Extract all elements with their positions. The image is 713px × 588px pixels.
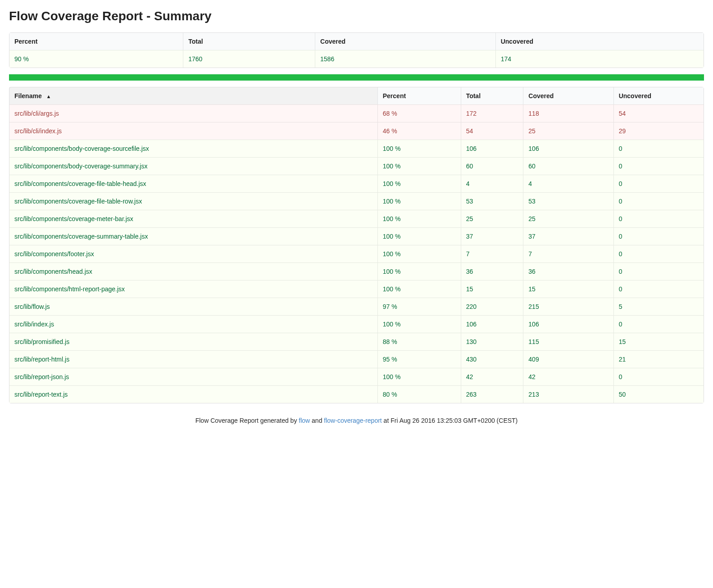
cell-filename[interactable]: src/lib/index.js [9, 315, 377, 333]
table-row: src/lib/components/body-coverage-summary… [9, 157, 704, 175]
summary-total: 1760 [183, 50, 315, 68]
cell-filename[interactable]: src/lib/components/coverage-meter-bar.js… [9, 210, 377, 227]
table-row: src/lib/components/body-coverage-sourcef… [9, 140, 704, 157]
cell-uncovered: 0 [613, 227, 704, 245]
footer-timestamp: Fri Aug 26 2016 13:25:03 GMT+0200 (CEST) [391, 417, 518, 424]
cell-percent: 100 % [377, 227, 461, 245]
files-header-uncovered[interactable]: Uncovered [613, 87, 704, 104]
cell-total: 54 [461, 122, 523, 140]
files-header-filename[interactable]: Filename ▲ [9, 87, 377, 104]
table-row: src/lib/components/html-report-page.jsx1… [9, 280, 704, 298]
cell-percent: 100 % [377, 368, 461, 385]
table-row: src/lib/components/head.jsx100 %36360 [9, 262, 704, 280]
cell-filename[interactable]: src/lib/components/footer.jsx [9, 245, 377, 262]
cell-percent: 97 % [377, 298, 461, 315]
cell-filename[interactable]: src/lib/cli/args.js [9, 104, 377, 122]
cell-covered: 53 [523, 192, 613, 210]
footer-and: and [310, 417, 324, 424]
cell-total: 15 [461, 280, 523, 298]
cell-uncovered: 0 [613, 262, 704, 280]
files-header-total[interactable]: Total [461, 87, 523, 104]
summary-uncovered: 174 [495, 50, 704, 68]
cell-percent: 100 % [377, 315, 461, 333]
table-row: src/lib/index.js100 %1061060 [9, 315, 704, 333]
cell-total: 220 [461, 298, 523, 315]
cell-uncovered: 0 [613, 315, 704, 333]
cell-filename[interactable]: src/lib/cli/index.js [9, 122, 377, 140]
cell-covered: 15 [523, 280, 613, 298]
page-title: Flow Coverage Report - Summary [9, 9, 704, 23]
table-row: src/lib/components/coverage-file-table-r… [9, 192, 704, 210]
cell-covered: 215 [523, 298, 613, 315]
cell-filename[interactable]: src/lib/components/body-coverage-summary… [9, 157, 377, 175]
cell-total: 53 [461, 192, 523, 210]
table-row: src/lib/components/coverage-meter-bar.js… [9, 210, 704, 227]
cell-uncovered: 0 [613, 368, 704, 385]
footer-prefix: Flow Coverage Report generated by [195, 417, 299, 424]
cell-uncovered: 29 [613, 122, 704, 140]
cell-uncovered: 0 [613, 245, 704, 262]
cell-filename[interactable]: src/lib/flow.js [9, 298, 377, 315]
footer: Flow Coverage Report generated by flow a… [9, 417, 704, 424]
cell-percent: 100 % [377, 175, 461, 192]
cell-total: 25 [461, 210, 523, 227]
table-row: src/lib/components/coverage-summary-tabl… [9, 227, 704, 245]
cell-total: 4 [461, 175, 523, 192]
table-row: src/lib/report-text.js80 %26321350 [9, 385, 704, 403]
footer-link-flow-coverage-report[interactable]: flow-coverage-report [324, 417, 381, 424]
cell-filename[interactable]: src/lib/components/coverage-summary-tabl… [9, 227, 377, 245]
sort-ascending-icon: ▲ [46, 94, 51, 99]
cell-uncovered: 5 [613, 298, 704, 315]
cell-uncovered: 0 [613, 140, 704, 157]
cell-percent: 100 % [377, 280, 461, 298]
cell-covered: 37 [523, 227, 613, 245]
footer-at: at [382, 417, 391, 424]
table-row: src/lib/flow.js97 %2202155 [9, 298, 704, 315]
cell-filename[interactable]: src/lib/components/coverage-file-table-r… [9, 192, 377, 210]
cell-filename[interactable]: src/lib/report-text.js [9, 385, 377, 403]
cell-total: 106 [461, 140, 523, 157]
coverage-meter-bar [9, 74, 704, 81]
cell-total: 60 [461, 157, 523, 175]
cell-percent: 100 % [377, 245, 461, 262]
cell-percent: 100 % [377, 210, 461, 227]
cell-percent: 68 % [377, 104, 461, 122]
cell-percent: 88 % [377, 333, 461, 350]
table-row: src/lib/cli/index.js46 %542529 [9, 122, 704, 140]
cell-percent: 46 % [377, 122, 461, 140]
cell-filename[interactable]: src/lib/report-html.js [9, 350, 377, 368]
cell-covered: 60 [523, 157, 613, 175]
cell-total: 42 [461, 368, 523, 385]
cell-percent: 80 % [377, 385, 461, 403]
summary-table: Percent Total Covered Uncovered 90 % 176… [9, 32, 704, 68]
cell-uncovered: 0 [613, 175, 704, 192]
files-header-covered[interactable]: Covered [523, 87, 613, 104]
cell-uncovered: 0 [613, 192, 704, 210]
cell-total: 36 [461, 262, 523, 280]
files-header-filename-label: Filename [14, 92, 42, 100]
footer-link-flow[interactable]: flow [299, 417, 310, 424]
cell-percent: 100 % [377, 157, 461, 175]
cell-uncovered: 50 [613, 385, 704, 403]
cell-covered: 118 [523, 104, 613, 122]
cell-filename[interactable]: src/lib/promisified.js [9, 333, 377, 350]
summary-header-total: Total [183, 33, 315, 50]
files-header-percent[interactable]: Percent [377, 87, 461, 104]
cell-covered: 25 [523, 210, 613, 227]
cell-percent: 100 % [377, 192, 461, 210]
cell-filename[interactable]: src/lib/components/coverage-file-table-h… [9, 175, 377, 192]
cell-covered: 25 [523, 122, 613, 140]
cell-covered: 106 [523, 315, 613, 333]
cell-covered: 409 [523, 350, 613, 368]
cell-uncovered: 15 [613, 333, 704, 350]
cell-uncovered: 0 [613, 210, 704, 227]
cell-filename[interactable]: src/lib/components/html-report-page.jsx [9, 280, 377, 298]
table-row: src/lib/promisified.js88 %13011515 [9, 333, 704, 350]
cell-filename[interactable]: src/lib/components/body-coverage-sourcef… [9, 140, 377, 157]
cell-covered: 115 [523, 333, 613, 350]
cell-total: 37 [461, 227, 523, 245]
summary-covered: 1586 [315, 50, 495, 68]
cell-filename[interactable]: src/lib/components/head.jsx [9, 262, 377, 280]
cell-uncovered: 0 [613, 280, 704, 298]
cell-filename[interactable]: src/lib/report-json.js [9, 368, 377, 385]
